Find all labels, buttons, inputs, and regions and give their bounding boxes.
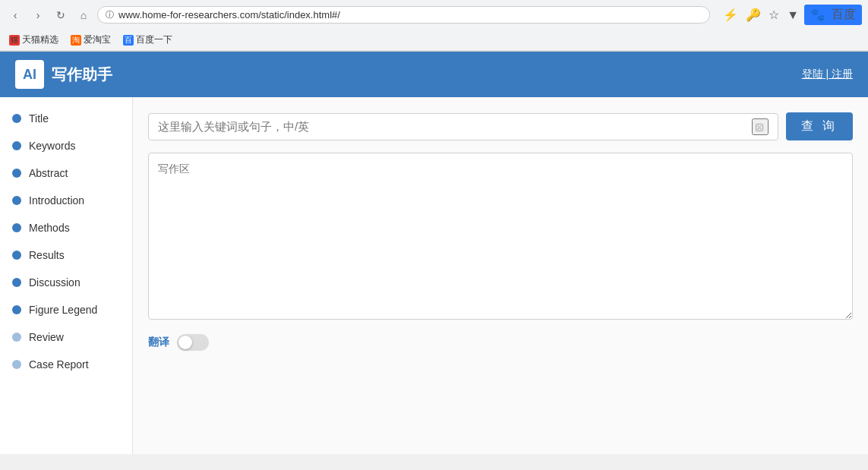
translate-label: 翻译 bbox=[148, 336, 169, 349]
sidebar-dot bbox=[12, 114, 21, 123]
app-name: 写作助手 bbox=[52, 65, 112, 85]
sidebar-item-keywords[interactable]: Keywords bbox=[0, 132, 132, 159]
sidebar-dot bbox=[12, 251, 21, 260]
sidebar-label-review: Review bbox=[29, 331, 64, 343]
sidebar: Title Keywords Abstract Introduction Met… bbox=[0, 97, 133, 454]
browser-bookmarks: 猫 天猫精选 淘 爱淘宝 百 百度一下 bbox=[0, 30, 868, 51]
bookmark-baidu[interactable]: 百 百度一下 bbox=[120, 32, 175, 48]
sidebar-label-discussion: Discussion bbox=[29, 276, 80, 289]
refresh-button[interactable]: ↻ bbox=[52, 6, 70, 24]
key-icon[interactable]: 🔑 bbox=[743, 6, 763, 24]
sidebar-item-figure-legend[interactable]: Figure Legend bbox=[0, 296, 132, 323]
search-button[interactable]: 查 询 bbox=[786, 112, 853, 140]
sidebar-item-title[interactable]: Title bbox=[0, 105, 132, 132]
register-link[interactable]: 注册 bbox=[832, 68, 853, 80]
sidebar-item-abstract[interactable]: Abstract bbox=[0, 159, 132, 187]
sidebar-dot bbox=[12, 196, 21, 205]
browser-right-icons: ⚡ 🔑 ☆ ▼ 🐾 百度 bbox=[721, 5, 862, 25]
search-input[interactable] bbox=[158, 120, 752, 133]
app-logo: AI 写作助手 bbox=[15, 60, 112, 89]
search-row: ⦻ 查 询 bbox=[148, 112, 853, 140]
sidebar-label-title: Title bbox=[29, 112, 49, 125]
bookmark-taobao-label: 爱淘宝 bbox=[84, 33, 111, 46]
toggle-knob bbox=[178, 336, 192, 349]
tianmao-icon: 猫 bbox=[9, 35, 20, 46]
login-link[interactable]: 登陆 bbox=[802, 68, 823, 80]
url-text: www.home-for-researchers.com/static/inde… bbox=[118, 9, 702, 21]
address-bar[interactable]: ⓘ www.home-for-researchers.com/static/in… bbox=[97, 6, 710, 24]
sidebar-label-case-report: Case Report bbox=[29, 358, 89, 371]
search-clear-button[interactable]: ⦻ bbox=[752, 118, 769, 135]
sidebar-label-introduction: Introduction bbox=[29, 194, 84, 207]
sidebar-item-review[interactable]: Review bbox=[0, 323, 132, 351]
sidebar-item-introduction[interactable]: Introduction bbox=[0, 187, 132, 214]
app-body: Title Keywords Abstract Introduction Met… bbox=[0, 97, 868, 454]
main-content: ⦻ 查 询 翻译 bbox=[133, 97, 868, 454]
sidebar-label-keywords: Keywords bbox=[29, 140, 75, 152]
sidebar-dot bbox=[12, 333, 21, 342]
forward-button[interactable]: › bbox=[29, 6, 47, 24]
star-icon[interactable]: ☆ bbox=[766, 6, 781, 24]
sidebar-dot bbox=[12, 305, 21, 314]
sidebar-label-figure-legend: Figure Legend bbox=[29, 304, 97, 316]
lock-icon: ⓘ bbox=[106, 9, 114, 21]
home-button[interactable]: ⌂ bbox=[74, 6, 93, 24]
taobao-icon: 淘 bbox=[71, 35, 81, 46]
browser-chrome: ‹ › ↻ ⌂ ⓘ www.home-for-researchers.com/s… bbox=[0, 0, 868, 52]
sidebar-item-results[interactable]: Results bbox=[0, 241, 132, 269]
sidebar-item-discussion[interactable]: Discussion bbox=[0, 269, 132, 296]
dropdown-icon[interactable]: ▼ bbox=[784, 7, 801, 24]
app-logo-icon: AI bbox=[15, 60, 44, 89]
sidebar-label-results: Results bbox=[29, 249, 65, 261]
baidu-button[interactable]: 🐾 百度 bbox=[804, 5, 862, 25]
browser-toolbar: ‹ › ↻ ⌂ ⓘ www.home-for-researchers.com/s… bbox=[0, 0, 868, 30]
bookmark-baidu-label: 百度一下 bbox=[136, 33, 172, 46]
sidebar-item-methods[interactable]: Methods bbox=[0, 214, 132, 241]
sidebar-label-methods: Methods bbox=[29, 222, 70, 234]
lightning-icon[interactable]: ⚡ bbox=[721, 6, 740, 24]
auth-links[interactable]: 登陆 | 注册 bbox=[802, 68, 853, 81]
sidebar-dot bbox=[12, 141, 21, 150]
sidebar-label-abstract: Abstract bbox=[29, 167, 68, 179]
sidebar-dot bbox=[12, 169, 21, 178]
bookmark-tianmao-label: 天猫精选 bbox=[22, 33, 58, 46]
baidu-paw-icon: 🐾 bbox=[808, 6, 828, 24]
sidebar-item-case-report[interactable]: Case Report bbox=[0, 351, 132, 378]
sidebar-dot bbox=[12, 360, 21, 369]
bookmark-tianmao[interactable]: 猫 天猫精选 bbox=[6, 32, 62, 48]
search-input-wrap: ⦻ bbox=[148, 113, 778, 140]
sidebar-dot bbox=[12, 278, 21, 287]
auth-separator: | bbox=[823, 68, 832, 80]
sidebar-dot bbox=[12, 223, 21, 232]
writing-area[interactable] bbox=[148, 153, 853, 320]
translate-row: 翻译 bbox=[148, 334, 853, 351]
baidu-icon: 百 bbox=[123, 35, 134, 46]
baidu-label: 百度 bbox=[829, 5, 858, 24]
app-header: AI 写作助手 登陆 | 注册 bbox=[0, 52, 868, 97]
translate-toggle[interactable] bbox=[177, 334, 209, 351]
back-button[interactable]: ‹ bbox=[6, 6, 24, 24]
bookmark-taobao[interactable]: 淘 爱淘宝 bbox=[68, 32, 114, 48]
